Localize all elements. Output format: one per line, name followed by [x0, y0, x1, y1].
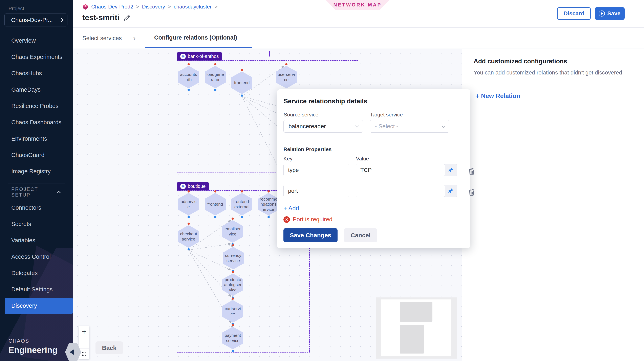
- edit-pencil-icon[interactable]: [124, 14, 130, 21]
- service-node-paymentservice[interactable]: paymentservice: [222, 327, 243, 349]
- sidebar-item-chaos-dashboards[interactable]: Chaos Dashboards: [5, 114, 72, 131]
- breadcrumb-separator: >: [168, 4, 171, 10]
- ingress-port-dot: [232, 244, 234, 246]
- ingress-port-dot: [285, 63, 288, 65]
- egress-port-dot: [268, 216, 270, 218]
- save-button-label: Save: [607, 10, 620, 17]
- error-icon: ×: [284, 216, 290, 223]
- sidebar-item-secrets[interactable]: Secrets: [5, 216, 72, 232]
- add-property-button[interactable]: + Add: [284, 205, 299, 212]
- new-relation-button[interactable]: + New Relation: [476, 92, 520, 100]
- egress-port-dot: [188, 216, 190, 218]
- sidebar-item-overview[interactable]: Overview: [5, 32, 72, 49]
- service-node-recommendationservice[interactable]: recommendationservice: [258, 193, 279, 216]
- sidebar-item-delegates[interactable]: Delegates: [5, 265, 72, 281]
- service-node-productcatalogservice[interactable]: productcatalogservice: [222, 273, 243, 296]
- brand-engineering-label: Engineering: [8, 345, 58, 355]
- service-node-label: userservice: [278, 72, 295, 82]
- sidebar-item-discovery[interactable]: Discovery: [5, 298, 73, 314]
- cluster-badge-bank-of-anthos: ☸ bank-of-anthos: [177, 52, 222, 60]
- sidebar-item-environments[interactable]: Environments: [5, 131, 72, 147]
- service-node-frontend-external[interactable]: frontend-external: [231, 193, 252, 216]
- service-node-currencyservice[interactable]: currencyservice: [223, 247, 244, 269]
- sidebar-item-chaoshubs[interactable]: ChaosHubs: [5, 65, 72, 81]
- sidebar-divider: [8, 183, 64, 183]
- service-node-label: frontend-external: [233, 199, 251, 209]
- chaos-logo-icon: [82, 4, 88, 10]
- service-node-checkoutservice[interactable]: checkoutservice: [178, 225, 199, 248]
- relation-value-input[interactable]: [356, 185, 445, 197]
- service-node-adservice[interactable]: adservice: [178, 193, 199, 216]
- value-column-label: Value: [356, 156, 369, 162]
- sidebar-item-variables[interactable]: Variables: [5, 232, 72, 249]
- service-node-frontend-boutique[interactable]: frontend: [205, 193, 226, 216]
- validation-error: × Port is required: [284, 216, 332, 223]
- kubernetes-icon: ☸: [180, 54, 186, 59]
- target-service-select[interactable]: - Select -: [370, 120, 450, 133]
- sidebar-item-default-settings[interactable]: Default Settings: [5, 281, 72, 298]
- cluster-name: boutique: [188, 184, 206, 189]
- wizard-tabbar: Select services › Configure relations (O…: [73, 28, 644, 48]
- tab-select-services[interactable]: Select services: [81, 28, 123, 48]
- network-map-ribbon: NETWORK MAP: [326, 0, 389, 10]
- service-node-frontend[interactable]: frontend: [231, 71, 252, 94]
- minimap[interactable]: [376, 298, 457, 359]
- breadcrumb-discovery[interactable]: Discovery: [142, 4, 165, 10]
- breadcrumb-cluster[interactable]: chaosdaycluster: [174, 4, 212, 10]
- minimap-viewport: [381, 300, 451, 356]
- egress-port-dot: [232, 350, 234, 352]
- egress-port-dot: [188, 89, 190, 91]
- service-node-userservice[interactable]: userservice: [276, 66, 297, 88]
- pin-icon[interactable]: [445, 164, 457, 176]
- discard-button[interactable]: Discard: [557, 7, 591, 20]
- relation-value-group: [356, 185, 457, 197]
- tab-configure-relations[interactable]: Configure relations (Optional): [145, 28, 252, 48]
- service-node-cartservice[interactable]: cartservice: [222, 300, 243, 323]
- save-button[interactable]: Save: [595, 7, 624, 20]
- sidebar-item-connectors[interactable]: Connectors: [5, 200, 72, 216]
- fullscreen-icon: [82, 351, 87, 357]
- tab-chevron-icon: ›: [133, 28, 136, 48]
- service-node-label: recommendationservice: [260, 197, 278, 212]
- project-setup-label: PROJECT SETUP: [11, 186, 58, 198]
- relation-properties-label: Relation Properties: [284, 146, 332, 153]
- canvas-artifact-tick: [269, 51, 270, 56]
- zoom-in-button[interactable]: +: [79, 326, 90, 337]
- relation-key-input[interactable]: [284, 185, 349, 197]
- service-node-accounts-db[interactable]: accounts-db: [178, 66, 199, 88]
- app-root: Project Chaos-Dev-Pr... Overview Chaos E…: [0, 0, 644, 361]
- project-selector[interactable]: Chaos-Dev-Pr...: [4, 13, 68, 26]
- sidebar-item-gamedays[interactable]: GameDays: [5, 81, 72, 98]
- sidebar-item-chaos-experiments[interactable]: Chaos Experiments: [5, 49, 72, 65]
- relation-key-input[interactable]: [284, 164, 349, 176]
- egress-port-dot: [188, 248, 190, 250]
- service-node-label: adservice: [180, 199, 198, 209]
- panel-subtitle: You can add customized relations that di…: [474, 69, 639, 76]
- source-service-select[interactable]: balancereader: [284, 120, 363, 133]
- sidebar-item-chaosguard[interactable]: ChaosGuard: [5, 147, 72, 163]
- project-name: Chaos-Dev-Pr...: [11, 17, 53, 23]
- sidebar-item-image-registry[interactable]: Image Registry: [5, 163, 72, 180]
- egress-port-dot: [241, 94, 243, 97]
- sidebar-item-access-control[interactable]: Access Control: [5, 249, 72, 265]
- service-node-label: checkoutservice: [180, 231, 198, 242]
- service-node-label: productcatalogservice: [224, 277, 242, 293]
- service-node-loadgenerator[interactable]: loadgenerator: [205, 66, 226, 88]
- source-service-value: balancereader: [288, 123, 326, 130]
- service-node-emailservice[interactable]: emailservice: [222, 220, 243, 243]
- zoom-out-button[interactable]: −: [79, 337, 90, 348]
- pin-icon[interactable]: [445, 185, 457, 197]
- delete-property-row-icon[interactable]: [468, 187, 476, 196]
- relation-value-input[interactable]: [356, 164, 445, 176]
- sidebar-item-resilience-probes[interactable]: Resilience Probes: [5, 98, 72, 114]
- project-setup-section[interactable]: PROJECT SETUP: [0, 186, 73, 198]
- breadcrumb-project[interactable]: Chaos-Dev-Prod2: [91, 4, 133, 10]
- delete-property-row-icon[interactable]: [468, 167, 476, 176]
- service-node-label: cartservice: [224, 306, 242, 316]
- back-button[interactable]: Back: [96, 342, 123, 354]
- service-node-label: frontend: [233, 80, 251, 85]
- cancel-button[interactable]: Cancel: [344, 228, 377, 242]
- save-changes-button[interactable]: Save Changes: [284, 228, 338, 242]
- service-node-label: currencyservice: [224, 253, 242, 263]
- source-service-label: Source service: [284, 112, 318, 118]
